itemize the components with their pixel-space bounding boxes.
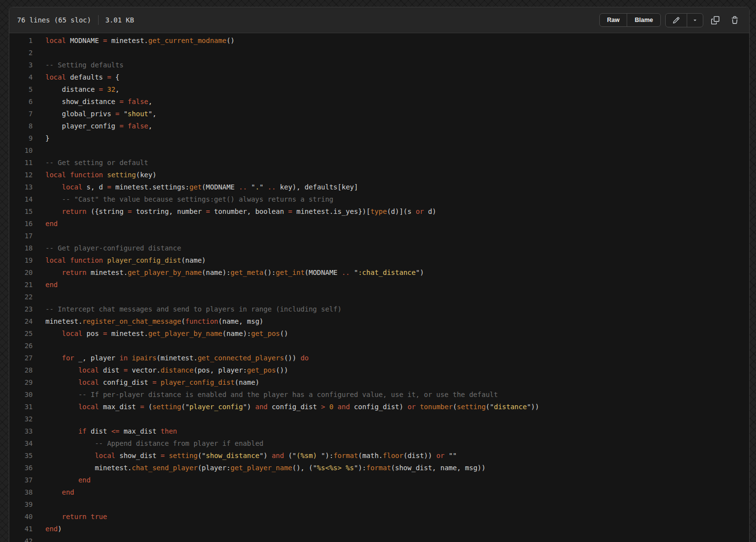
line-number[interactable]: 26 (9, 340, 33, 352)
blame-button[interactable]: Blame (627, 14, 660, 27)
code-line: 19local function player_config_dist(name… (9, 254, 749, 267)
line-number[interactable]: 13 (9, 181, 33, 193)
file-lines-info: 76 lines (65 sloc) (17, 16, 91, 24)
line-number[interactable]: 29 (9, 376, 33, 389)
stats-divider (98, 15, 99, 25)
code-text: end (33, 474, 91, 486)
line-number[interactable]: 22 (9, 291, 33, 303)
line-number[interactable]: 42 (9, 535, 33, 542)
raw-button[interactable]: Raw (600, 14, 627, 27)
code-text (33, 340, 45, 352)
line-number[interactable]: 32 (9, 413, 33, 425)
code-text: return minetest.get_player_by_name(name)… (33, 267, 424, 279)
code-line: 25 local pos = minetest.get_player_by_na… (9, 328, 749, 340)
code-text: local dist = vector.distance(pos, player… (33, 364, 288, 376)
delete-button[interactable] (729, 14, 741, 26)
line-number[interactable]: 23 (9, 303, 33, 315)
code-line: 2 (9, 47, 749, 59)
code-text (33, 413, 45, 425)
code-text (33, 230, 45, 242)
file-actions: Raw Blame (599, 13, 742, 27)
code-text: local s, d = minetest.settings:get(MODNA… (33, 181, 358, 193)
line-number[interactable]: 19 (9, 254, 33, 267)
pencil-icon (673, 17, 680, 24)
code-line: 8 player_config = false, (9, 120, 749, 132)
copy-button[interactable] (709, 14, 721, 26)
line-number[interactable]: 25 (9, 328, 33, 340)
line-number[interactable]: 8 (9, 120, 33, 132)
code-line: 26 (9, 340, 749, 352)
line-number[interactable]: 28 (9, 364, 33, 376)
line-number[interactable]: 6 (9, 96, 33, 108)
line-number[interactable]: 33 (9, 425, 33, 438)
code-text: local function setting(key) (33, 169, 157, 181)
line-number[interactable]: 39 (9, 499, 33, 511)
edit-dropdown-button[interactable] (687, 14, 703, 27)
code-text: -- Intercept chat messages and send to p… (33, 303, 342, 315)
code-line: 17 (9, 230, 749, 242)
line-number[interactable]: 24 (9, 315, 33, 328)
code-line: 16end (9, 218, 749, 230)
code-text: return true (33, 511, 107, 523)
line-number[interactable]: 2 (9, 47, 33, 59)
code-line: 22 (9, 291, 749, 303)
code-line: 5 distance = 32, (9, 83, 749, 96)
line-number[interactable]: 16 (9, 218, 33, 230)
code-line: 24minetest.register_on_chat_message(func… (9, 315, 749, 328)
code-text: local MODNAME = minetest.get_current_mod… (33, 35, 235, 47)
code-line: 4local defaults = { (9, 71, 749, 83)
line-number[interactable]: 30 (9, 389, 33, 401)
code-text: -- Append distance from player if enable… (33, 438, 264, 450)
code-text: -- "Cast" the value because settings:get… (33, 193, 333, 206)
code-text: -- If per-player distance is enabled and… (33, 389, 498, 401)
code-line: 36 minetest.chat_send_player(player:get_… (9, 462, 749, 474)
code-line: 11-- Get setting or default (9, 157, 749, 169)
line-number[interactable]: 36 (9, 462, 33, 474)
line-number[interactable]: 35 (9, 450, 33, 462)
line-number[interactable]: 38 (9, 486, 33, 499)
code-text: local max_dist = (setting("player_config… (33, 401, 539, 413)
line-number[interactable]: 12 (9, 169, 33, 181)
line-number[interactable]: 11 (9, 157, 33, 169)
code-line: 21end (9, 279, 749, 291)
line-number[interactable]: 31 (9, 401, 33, 413)
line-number[interactable]: 40 (9, 511, 33, 523)
code-text: local function player_config_dist(name) (33, 254, 206, 267)
line-number[interactable]: 9 (9, 132, 33, 145)
code-text (33, 145, 45, 157)
line-number[interactable]: 34 (9, 438, 33, 450)
line-number[interactable]: 1 (9, 35, 33, 47)
code-text: end (33, 218, 58, 230)
edit-button[interactable] (666, 14, 687, 27)
line-number[interactable]: 18 (9, 242, 33, 254)
code-text: return ({string = tostring, number = ton… (33, 206, 436, 218)
code-line: 6 show_distance = false, (9, 96, 749, 108)
code-text (33, 291, 45, 303)
line-number[interactable]: 15 (9, 206, 33, 218)
line-number[interactable]: 10 (9, 145, 33, 157)
line-number[interactable]: 21 (9, 279, 33, 291)
line-number[interactable]: 7 (9, 108, 33, 120)
code-line: 15 return ({string = tostring, number = … (9, 206, 749, 218)
code-text (33, 47, 45, 59)
code-line: 10 (9, 145, 749, 157)
line-number[interactable]: 4 (9, 71, 33, 83)
code-lines: 1local MODNAME = minetest.get_current_mo… (9, 35, 749, 542)
code-text: minetest.chat_send_player(player:get_pla… (33, 462, 486, 474)
line-number[interactable]: 14 (9, 193, 33, 206)
line-number[interactable]: 3 (9, 59, 33, 71)
code-text: local show_dist = setting("show_distance… (33, 450, 457, 462)
line-number[interactable]: 27 (9, 352, 33, 364)
line-number[interactable]: 37 (9, 474, 33, 486)
code-line: 32 (9, 413, 749, 425)
line-number[interactable]: 17 (9, 230, 33, 242)
code-line: 14 -- "Cast" the value because settings:… (9, 193, 749, 206)
edit-group (665, 13, 703, 27)
line-number[interactable]: 5 (9, 83, 33, 96)
code-text: -- Setting defaults (33, 59, 123, 71)
code-line: 23-- Intercept chat messages and send to… (9, 303, 749, 315)
line-number[interactable]: 41 (9, 523, 33, 535)
code-text: distance = 32, (33, 83, 120, 96)
code-text (33, 535, 45, 542)
line-number[interactable]: 20 (9, 267, 33, 279)
